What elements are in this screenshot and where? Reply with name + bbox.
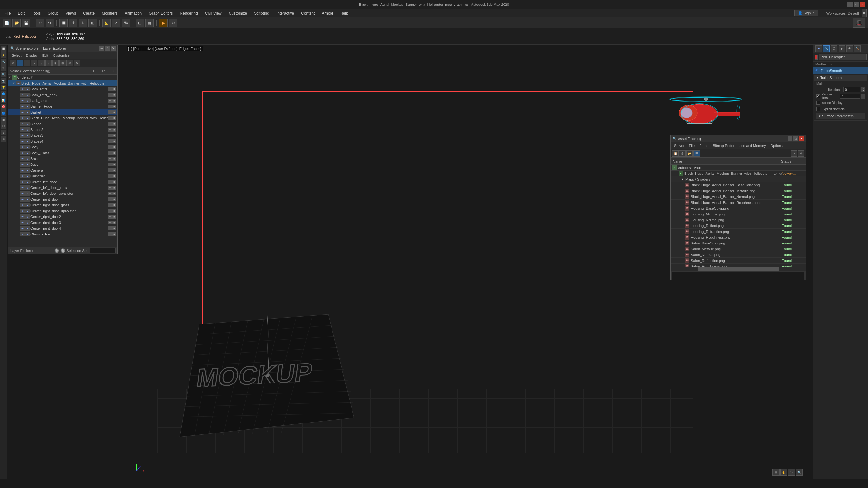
vis-icon[interactable]: 👁 bbox=[20, 238, 25, 238]
asset-file-row[interactable]: 🖼Housing_Refraction.pngFound bbox=[671, 229, 806, 234]
tree-item[interactable]: 👁●Dashboard✦◼ bbox=[8, 237, 118, 238]
tree-item[interactable]: ▼👁Black_Huge_Aerial_Mockup_Banner_with_H… bbox=[8, 80, 118, 86]
render-vis-icon[interactable]: ● bbox=[25, 156, 30, 161]
asset-file-row[interactable]: 🖼Housing_Reflect.pngFound bbox=[671, 223, 806, 229]
tree-item[interactable]: 👁●Banner_Huge✦◼ bbox=[8, 103, 118, 109]
workspace-dropdown[interactable]: ▼ bbox=[862, 9, 867, 18]
tree-item[interactable]: 👁●Center_right_door_glass✦◼ bbox=[8, 202, 118, 208]
menu-interactive[interactable]: Interactive bbox=[273, 10, 297, 16]
snap-angle-btn[interactable]: ∠ bbox=[112, 19, 120, 27]
tree-item[interactable]: 👁●Blades✦◼ bbox=[8, 121, 118, 127]
snap-percent-btn[interactable]: % bbox=[122, 19, 130, 27]
render-vis-icon[interactable]: ● bbox=[25, 93, 30, 97]
tree-item[interactable]: 👁●Blades4✦◼ bbox=[8, 138, 118, 144]
sidebar-icon-1[interactable]: 🔲 bbox=[1, 46, 6, 52]
asset-max-file-row[interactable]: ■Black_Huge_Aerial_Mockup_Banner_with_He… bbox=[671, 171, 806, 176]
iterations-spinner[interactable]: ▲ ▼ bbox=[861, 87, 865, 92]
cmd-display-icon[interactable]: 👁 bbox=[846, 45, 853, 52]
se-tool-7[interactable]: 👁 bbox=[66, 60, 73, 66]
vis-icon[interactable]: 👁 bbox=[20, 110, 25, 115]
asset-tool-3[interactable]: 📂 bbox=[686, 150, 693, 157]
vp-orbit[interactable]: ↻ bbox=[788, 469, 795, 476]
menu-help[interactable]: Help bbox=[337, 10, 351, 16]
tree-item[interactable]: 👁●Back_rotor✦◼ bbox=[8, 86, 118, 92]
render-vis-icon[interactable]: ● bbox=[25, 203, 30, 207]
render-iters-spinner[interactable]: ▲ ▼ bbox=[861, 94, 865, 99]
minimize-button[interactable]: ─ bbox=[847, 2, 852, 7]
sidebar-icon-13[interactable]: ⬡ bbox=[1, 123, 6, 129]
asset-close[interactable]: ✕ bbox=[799, 136, 804, 141]
vis-icon[interactable]: 👁 bbox=[20, 220, 25, 225]
vis-icon[interactable]: 👁 bbox=[20, 93, 25, 97]
vis-icon[interactable]: 👁 bbox=[20, 116, 25, 120]
vis-icon[interactable]: 👁 bbox=[20, 197, 25, 202]
asset-path-input[interactable] bbox=[672, 272, 804, 280]
selection-set-input[interactable] bbox=[90, 248, 116, 253]
vis-icon[interactable]: 👁 bbox=[20, 180, 25, 184]
save-btn[interactable]: 💾 bbox=[22, 19, 30, 27]
vis-icon[interactable]: 👁 bbox=[20, 151, 25, 155]
asset-menu-bitmap[interactable]: Bitmap Performance and Memory bbox=[711, 143, 768, 149]
render-vis-icon[interactable]: ● bbox=[25, 139, 30, 143]
vis-icon[interactable]: 👁 bbox=[20, 186, 25, 190]
sidebar-icon-9[interactable]: 📊 bbox=[1, 97, 6, 103]
asset-tool-help[interactable]: ? bbox=[791, 150, 797, 157]
asset-file-row[interactable]: 🖼Black_Huge_Aerial_Banner_Metallic.pngFo… bbox=[671, 188, 806, 194]
render-vis-icon[interactable]: ● bbox=[25, 180, 30, 184]
vis-icon[interactable]: 👁 bbox=[20, 145, 25, 149]
vp-zoom[interactable]: 🔍 bbox=[796, 469, 803, 476]
rotate-btn[interactable]: ↻ bbox=[79, 19, 87, 27]
se-tool-6[interactable]: ⊟ bbox=[59, 60, 66, 66]
sidebar-icon-3[interactable]: 🔧 bbox=[1, 59, 6, 65]
asset-menu-file[interactable]: File bbox=[687, 143, 696, 149]
asset-minimize[interactable]: ─ bbox=[787, 136, 792, 141]
asset-file-row[interactable]: 🖼Black_Huge_Aerial_Banner_Normal.pngFoun… bbox=[671, 194, 806, 200]
se-tool-5[interactable]: ⊞ bbox=[52, 60, 59, 66]
asset-file-row[interactable]: 🖼Housing_Roughness.pngFound bbox=[671, 234, 806, 240]
tree-item[interactable]: 👁●Blades2✦◼ bbox=[8, 127, 118, 133]
render-vis-icon[interactable]: ● bbox=[25, 110, 30, 115]
render-vis-icon[interactable]: ● bbox=[25, 226, 30, 231]
asset-file-row[interactable]: 🖼Black_Huge_Aerial_Banner_BaseColor.pngF… bbox=[671, 182, 806, 188]
vis-icon[interactable]: 👁 bbox=[16, 81, 21, 86]
render-vis-icon[interactable]: ● bbox=[25, 122, 30, 126]
tree-item[interactable]: 👁●Back_rotor_body✦◼ bbox=[8, 92, 118, 98]
sidebar-icon-8[interactable]: 🔷 bbox=[1, 91, 6, 97]
vis-icon[interactable]: 👁 bbox=[20, 156, 25, 161]
menu-graph-editors[interactable]: Graph Editors bbox=[146, 10, 176, 16]
maps-shaders-row[interactable]: ▼Maps / Shaders bbox=[671, 176, 806, 182]
tree-item[interactable]: 👁●Body_Glass✦◼ bbox=[8, 150, 118, 156]
tree-item[interactable]: 👁●Center_right_door✦◼ bbox=[8, 196, 118, 202]
render-iters-check[interactable]: ✓ bbox=[816, 94, 820, 98]
sidebar-icon-6[interactable]: 📷 bbox=[1, 78, 6, 84]
tree-item[interactable]: 👁●Black_Huge_Aerial_Mockup_Banner_with_H… bbox=[8, 115, 118, 121]
tree-item[interactable]: 👁●Body✦◼ bbox=[8, 144, 118, 150]
sidebar-icon-15[interactable]: ⊕ bbox=[1, 136, 6, 142]
render-vis-icon[interactable]: ● bbox=[25, 151, 30, 155]
se-tool-3[interactable]: ↑ bbox=[38, 60, 44, 66]
sidebar-icon-12[interactable]: ◼ bbox=[1, 117, 6, 123]
render-vis-icon[interactable]: ● bbox=[25, 145, 30, 149]
se-tool-filter[interactable]: ✕ bbox=[10, 60, 16, 66]
se-tool-1[interactable]: + bbox=[24, 60, 30, 66]
vis-icon[interactable]: 👁 bbox=[20, 104, 25, 109]
menu-edit[interactable]: Edit bbox=[14, 10, 28, 16]
move-btn[interactable]: ✛ bbox=[69, 19, 78, 27]
asset-file-list[interactable]: VAutodesk Vault■Black_Huge_Aerial_Mockup… bbox=[671, 165, 806, 271]
render-vis-icon[interactable]: ● bbox=[25, 162, 30, 167]
scene-explorer-close[interactable]: ✕ bbox=[111, 46, 116, 51]
sidebar-icon-11[interactable]: 🔵 bbox=[1, 110, 6, 116]
vis-icon[interactable]: 👁 bbox=[20, 139, 25, 143]
asset-file-row[interactable]: 🖼Salon_Metallic.pngFound bbox=[671, 246, 806, 252]
menu-group[interactable]: Group bbox=[44, 10, 62, 16]
vp-zoom-extents[interactable]: ⊞ bbox=[772, 469, 780, 476]
se-tool-4[interactable]: ↓ bbox=[45, 60, 52, 66]
mirror-btn[interactable]: ⊟ bbox=[135, 19, 144, 27]
tree-item[interactable]: 👁●Center_right_door3✦◼ bbox=[8, 220, 118, 225]
tree-item[interactable]: 👁●Center_left_door_glass✦◼ bbox=[8, 185, 118, 191]
asset-file-row[interactable]: 🖼Salon_BaseColor.pngFound bbox=[671, 240, 806, 246]
render-vis-icon[interactable]: ● bbox=[25, 215, 30, 219]
sidebar-icon-5[interactable]: 🔍 bbox=[1, 72, 6, 77]
tree-item[interactable]: 👁●Camera2✦◼ bbox=[8, 173, 118, 179]
tree-item[interactable]: 👁●Camera✦◼ bbox=[8, 167, 118, 173]
